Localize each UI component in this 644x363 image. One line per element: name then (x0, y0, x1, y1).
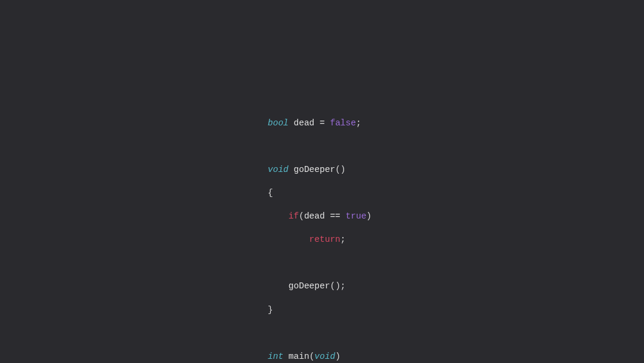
token-punct: ; (340, 281, 346, 291)
token-paren: ) (340, 165, 346, 174)
code-line: void goDeeper() (268, 164, 371, 176)
token-type: bool (268, 118, 289, 128)
token-paren: ) (366, 211, 371, 221)
code-line: bool dead = false; (268, 118, 371, 130)
code-line (268, 328, 371, 340)
token-bool: true (346, 211, 367, 221)
token-type: void (268, 165, 289, 174)
token-punct: ; (340, 235, 346, 244)
token-keyword: return (309, 235, 340, 244)
token-keyword: if (289, 211, 299, 221)
code-line: if(dead == true) (268, 211, 371, 223)
token-punct: ; (356, 118, 361, 128)
code-line (268, 141, 371, 153)
token-type: void (314, 352, 335, 361)
token-op: = (320, 118, 325, 128)
token-paren: ) (335, 352, 340, 361)
code-line: goDeeper(); (268, 281, 371, 293)
token-op: == (330, 211, 340, 221)
code-line: { (268, 187, 371, 199)
code-line: return; (268, 234, 371, 246)
code-line (268, 257, 371, 269)
code-line: int main(void) (268, 351, 371, 363)
token-brace: } (268, 305, 273, 315)
token-paren: ( (335, 165, 340, 174)
token-ident: goDeeper (289, 281, 330, 291)
token-paren: ) (335, 281, 340, 291)
code-line: } (268, 304, 371, 316)
token-type: int (268, 352, 283, 361)
token-ident: dead (304, 211, 325, 221)
token-ident: dead (294, 118, 315, 128)
token-paren: ( (330, 281, 335, 291)
code-block: bool dead = false; void goDeeper() { if(… (268, 106, 371, 363)
token-paren: ( (299, 211, 304, 221)
token-brace: { (268, 188, 273, 198)
token-bool: false (330, 118, 356, 128)
token-ident: goDeeper (294, 165, 336, 174)
token-ident: main (289, 352, 309, 361)
